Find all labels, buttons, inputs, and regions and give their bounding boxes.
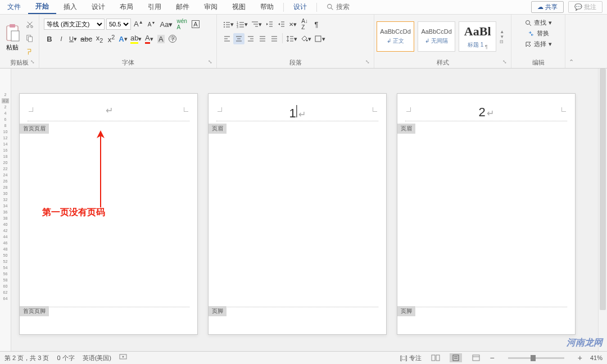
status-language[interactable]: 英语(美国) — [83, 354, 111, 362]
footer-tag-first: 首页页脚 — [20, 306, 49, 316]
vertical-scrollbar[interactable] — [598, 69, 607, 351]
copy-button[interactable] — [25, 33, 35, 43]
status-words[interactable]: 0 个字 — [57, 354, 74, 362]
status-page[interactable]: 第 2 页，共 3 页 — [4, 354, 49, 362]
subscript-button[interactable]: x2 — [94, 33, 105, 44]
dialog-launcher-icon[interactable]: ⤡ — [30, 59, 35, 65]
style-normal[interactable]: AaBbCcDd ↲ 正文 — [377, 21, 414, 52]
font-size-select[interactable]: 50.5 — [106, 19, 131, 30]
menu-insert[interactable]: 插入 — [56, 0, 84, 14]
find-button[interactable]: 查找 ▾ — [525, 19, 552, 27]
share-button[interactable]: ☁ 共享 — [531, 1, 564, 13]
menu-design[interactable]: 设计 — [84, 0, 112, 14]
distribute-button[interactable] — [269, 33, 280, 44]
menu-help[interactable]: 帮助 — [253, 0, 281, 14]
asian-layout-button[interactable]: ✕▾ — [287, 19, 298, 30]
bullets-button[interactable]: ▾ — [221, 19, 235, 30]
menu-design-tools[interactable]: 设计 — [286, 0, 314, 14]
svg-rect-49 — [315, 36, 321, 42]
paste-button[interactable]: 粘贴 — [2, 24, 22, 52]
bold-button[interactable]: B — [44, 33, 55, 44]
replace-button[interactable]: 替换 — [528, 29, 549, 38]
zoom-in-button[interactable]: + — [578, 353, 582, 362]
multilevel-button[interactable]: ▾ — [250, 19, 263, 30]
svg-point-0 — [328, 4, 332, 8]
text-effects-button[interactable]: A▾ — [117, 33, 129, 44]
page-2[interactable]: 1↵ 页眉 页脚 — [208, 93, 387, 335]
align-right-button[interactable] — [245, 33, 256, 44]
scrollbar-thumb[interactable] — [600, 69, 606, 310]
comment-button[interactable]: 💬 批注 — [568, 1, 603, 13]
change-case-button[interactable]: Aa▾ — [159, 19, 174, 30]
numbering-button[interactable]: 123▾ — [235, 19, 249, 30]
font-color-button[interactable]: A▾ — [143, 33, 155, 44]
superscript-button[interactable]: x2 — [106, 33, 117, 44]
indent-increase-button[interactable] — [275, 19, 287, 30]
header-tag: 页眉 — [209, 124, 227, 134]
vertical-ruler[interactable]: 24 2246810121416182022242628303234363840… — [0, 69, 11, 351]
focus-mode-button[interactable]: [□] 专注 — [400, 354, 422, 362]
shrink-font-button[interactable]: A▼ — [146, 19, 157, 30]
show-marks-button[interactable]: ¶ — [311, 19, 322, 30]
menu-view[interactable]: 视图 — [225, 0, 253, 14]
page-number-3: 2 — [478, 105, 485, 120]
zoom-slider[interactable] — [508, 357, 564, 359]
zoom-out-button[interactable]: − — [490, 353, 495, 362]
grow-font-button[interactable]: A▲ — [133, 19, 144, 30]
italic-button[interactable]: I — [56, 33, 67, 44]
web-layout-button[interactable] — [470, 353, 482, 362]
format-painter-button[interactable] — [25, 47, 35, 57]
align-justify-button[interactable] — [257, 33, 268, 44]
enclose-char-button[interactable]: 字 — [167, 33, 178, 44]
indent-decrease-button[interactable] — [264, 19, 275, 30]
paint-bucket-icon — [300, 35, 308, 43]
align-center-button[interactable] — [233, 33, 244, 44]
phonetic-button[interactable]: wénA — [176, 19, 188, 30]
annotation-arrow-icon — [94, 130, 107, 209]
menu-layout[interactable]: 布局 — [112, 0, 141, 14]
dialog-launcher-icon[interactable]: ⤡ — [502, 59, 508, 65]
highlight-button[interactable]: ab▾ — [129, 33, 143, 44]
status-macro-icon[interactable] — [119, 354, 127, 362]
svg-rect-55 — [436, 355, 440, 361]
menu-mail[interactable]: 邮件 — [169, 0, 197, 14]
shading-button[interactable]: ▾ — [299, 33, 312, 44]
dialog-launcher-icon[interactable]: ⤡ — [365, 59, 370, 65]
style-heading1[interactable]: AaBl 标题 1 ¶ — [459, 21, 496, 52]
align-left-button[interactable] — [221, 33, 233, 44]
read-mode-button[interactable] — [429, 353, 442, 362]
ribbon-collapse-button[interactable]: ⌃ — [569, 58, 574, 66]
select-button[interactable]: 选择 ▾ — [525, 40, 552, 48]
header-tag: 页眉 — [397, 124, 415, 134]
sort-button[interactable]: A↓Z — [299, 19, 310, 30]
menu-home[interactable]: 开始 — [28, 0, 56, 14]
list-multilevel-icon — [251, 20, 259, 28]
underline-button[interactable]: U▾ — [67, 33, 79, 44]
dialog-launcher-icon[interactable]: ⤡ — [207, 59, 213, 65]
svg-point-50 — [526, 20, 529, 24]
cut-button[interactable] — [25, 20, 35, 30]
char-shading-button[interactable]: A — [155, 33, 166, 44]
page-3[interactable]: 2↵ 页眉 页脚 — [397, 93, 576, 335]
list-bullet-icon — [223, 20, 230, 28]
font-name-select[interactable]: 等线 (西文正文) — [44, 19, 105, 30]
clipboard-icon — [4, 24, 20, 42]
char-border-button[interactable]: A — [190, 19, 201, 30]
borders-button[interactable]: ▾ — [313, 33, 327, 44]
group-paragraph: ▾ 123▾ ▾ ✕▾ A↓Z ¶ ▾ ▾ ▾ 段落⤡ — [217, 15, 374, 68]
page-1[interactable]: ↵ 首页页眉 首页页脚 第一页没有页码 — [19, 93, 198, 335]
print-layout-button[interactable] — [450, 353, 462, 362]
strikethrough-button[interactable]: abc — [79, 33, 93, 44]
menu-references[interactable]: 引用 — [141, 0, 169, 14]
search-box[interactable]: 搜索 — [319, 0, 357, 14]
border-icon — [314, 35, 322, 43]
menu-file[interactable]: 文件 — [0, 0, 28, 14]
zoom-level[interactable]: 41% — [590, 354, 603, 361]
style-gallery-expand[interactable]: ▲▼⊟ — [500, 29, 509, 44]
style-nospace[interactable]: AaBbCcDd ↲ 无间隔 — [418, 21, 455, 52]
svg-point-11 — [224, 24, 225, 25]
svg-line-51 — [529, 24, 531, 26]
align-right-icon — [247, 35, 255, 43]
menu-review[interactable]: 审阅 — [197, 0, 225, 14]
line-spacing-button[interactable]: ▾ — [285, 33, 298, 44]
